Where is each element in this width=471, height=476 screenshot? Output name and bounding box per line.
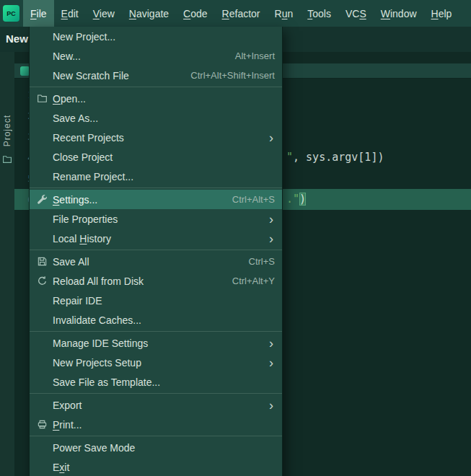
matched-paren: ) bbox=[299, 193, 306, 206]
label: Exit bbox=[53, 462, 69, 473]
project-title: New bbox=[6, 32, 28, 45]
label: Save File as Template... bbox=[53, 376, 160, 388]
menu-item-save-file-as-template[interactable]: Save File as Template... bbox=[30, 372, 282, 392]
printer-icon bbox=[35, 418, 48, 431]
menu-separator bbox=[30, 393, 282, 394]
menu-item-settings[interactable]: Settings...Ctrl+Alt+S bbox=[30, 190, 282, 209]
icon-spacer bbox=[35, 50, 48, 63]
menubar: PC FileEditViewNavigateCodeRefactorRunTo… bbox=[0, 0, 471, 27]
menubar-item-vcs[interactable]: VCS bbox=[338, 0, 374, 27]
code-text: , sys.argv[1]) bbox=[293, 151, 384, 164]
wrench-icon bbox=[35, 193, 48, 206]
code-line-6: .") bbox=[286, 189, 306, 210]
icon-spacer bbox=[35, 294, 48, 307]
menubar-item-refactor[interactable]: Refactor bbox=[215, 0, 268, 27]
icon-spacer bbox=[35, 30, 48, 43]
label: Invalidate Caches... bbox=[53, 314, 141, 326]
menubar-item-file[interactable]: File bbox=[23, 0, 54, 27]
menu-shortcut: Ctrl+S bbox=[234, 256, 275, 267]
menubar-item-window[interactable]: Window bbox=[374, 0, 424, 27]
save-icon bbox=[35, 255, 48, 268]
label: New Projects Setup bbox=[53, 357, 141, 369]
menu-item-close-project[interactable]: Close Project bbox=[30, 147, 282, 167]
label: Print... bbox=[53, 419, 82, 431]
label: Reload All from Disk bbox=[53, 276, 144, 287]
label: New Scratch File bbox=[53, 70, 129, 81]
icon-spacer bbox=[35, 69, 48, 82]
label: New... bbox=[53, 50, 81, 62]
label: Edit bbox=[61, 8, 79, 19]
menu-shortcut: Ctrl+Alt+S bbox=[218, 194, 275, 205]
label: Open... bbox=[53, 93, 86, 105]
icon-spacer bbox=[35, 151, 48, 164]
label: Recent Projects bbox=[53, 132, 124, 144]
menubar-item-edit[interactable]: Edit bbox=[54, 0, 86, 27]
menu-item-manage-ide-settings[interactable]: Manage IDE Settings› bbox=[30, 333, 282, 353]
label: File Properties bbox=[53, 213, 118, 225]
menu-item-new-projects-setup[interactable]: New Projects Setup› bbox=[30, 353, 282, 372]
icon-spacer bbox=[35, 461, 48, 474]
menu-separator bbox=[30, 250, 282, 250]
menu-item-new-project[interactable]: New Project... bbox=[30, 27, 282, 46]
menu-separator bbox=[30, 331, 282, 332]
label: Close Project bbox=[53, 151, 113, 163]
submenu-arrow-icon: › bbox=[269, 131, 275, 144]
menu-shortcut: Ctrl+Alt+Shift+Insert bbox=[176, 70, 275, 81]
icon-spacer bbox=[35, 314, 48, 327]
menu-item-invalidate-caches[interactable]: Invalidate Caches... bbox=[30, 310, 282, 330]
pycharm-window: New Project Bookmarks 123456 ", sys.argv… bbox=[0, 0, 471, 476]
label: Help bbox=[431, 8, 452, 19]
label: File bbox=[30, 8, 47, 19]
submenu-arrow-icon: › bbox=[269, 232, 275, 245]
menubar-item-tools[interactable]: Tools bbox=[300, 0, 338, 27]
label: Rename Project... bbox=[53, 171, 133, 182]
menu-item-power-save-mode[interactable]: Power Save Mode bbox=[30, 438, 282, 457]
menu-item-reload-all-from-disk[interactable]: Reload All from DiskCtrl+Alt+Y bbox=[30, 271, 282, 291]
label: Power Save Mode bbox=[53, 442, 135, 454]
label: Settings... bbox=[53, 194, 97, 206]
menu-item-export[interactable]: Export› bbox=[30, 395, 282, 415]
icon-spacer bbox=[35, 170, 48, 183]
icon-spacer bbox=[35, 213, 48, 226]
label: Save As... bbox=[53, 113, 98, 124]
tool-button-project[interactable]: Project bbox=[0, 108, 14, 153]
label: Manage IDE Settings bbox=[53, 338, 148, 349]
code-string: " bbox=[286, 151, 293, 164]
menu-item-rename-project[interactable]: Rename Project... bbox=[30, 167, 282, 186]
menubar-item-run[interactable]: Run bbox=[268, 0, 301, 27]
menu-item-save-all[interactable]: Save AllCtrl+S bbox=[30, 252, 282, 271]
project-folder-icon[interactable] bbox=[2, 154, 12, 167]
folder-icon bbox=[35, 92, 48, 105]
submenu-arrow-icon: › bbox=[269, 356, 275, 369]
label: Navigate bbox=[129, 8, 169, 19]
label: Code bbox=[183, 8, 207, 19]
icon-spacer bbox=[35, 112, 48, 125]
menubar-items: FileEditViewNavigateCodeRefactorRunTools… bbox=[23, 0, 459, 27]
menu-item-open[interactable]: Open... bbox=[30, 89, 282, 108]
menu-item-save-as[interactable]: Save As... bbox=[30, 108, 282, 128]
icon-spacer bbox=[35, 399, 48, 412]
submenu-arrow-icon: › bbox=[269, 337, 275, 350]
label: VCS bbox=[345, 8, 366, 19]
menu-item-file-properties[interactable]: File Properties› bbox=[30, 209, 282, 229]
menu-item-repair-ide[interactable]: Repair IDE bbox=[30, 291, 282, 310]
label: Run bbox=[275, 8, 294, 19]
menu-item-local-history[interactable]: Local History› bbox=[30, 229, 282, 248]
menu-item-exit[interactable]: Exit bbox=[30, 457, 282, 476]
menu-shortcut: Alt+Insert bbox=[221, 50, 275, 61]
menubar-item-code[interactable]: Code bbox=[176, 0, 214, 27]
menubar-item-navigate[interactable]: Navigate bbox=[122, 0, 176, 27]
menu-item-print[interactable]: Print... bbox=[30, 415, 282, 434]
icon-spacer bbox=[35, 376, 48, 389]
menu-item-new[interactable]: New...Alt+Insert bbox=[30, 46, 282, 66]
label: Tools bbox=[307, 8, 331, 19]
label: Save All bbox=[53, 256, 89, 268]
icon-spacer bbox=[35, 131, 48, 144]
menubar-item-view[interactable]: View bbox=[86, 0, 122, 27]
code-line-4: ", sys.argv[1]) bbox=[286, 147, 384, 168]
menu-item-new-scratch-file[interactable]: New Scratch FileCtrl+Alt+Shift+Insert bbox=[30, 66, 282, 85]
menu-separator bbox=[30, 188, 282, 188]
menu-item-recent-projects[interactable]: Recent Projects› bbox=[30, 128, 282, 147]
icon-spacer bbox=[35, 356, 48, 369]
menubar-item-help[interactable]: Help bbox=[424, 0, 459, 27]
